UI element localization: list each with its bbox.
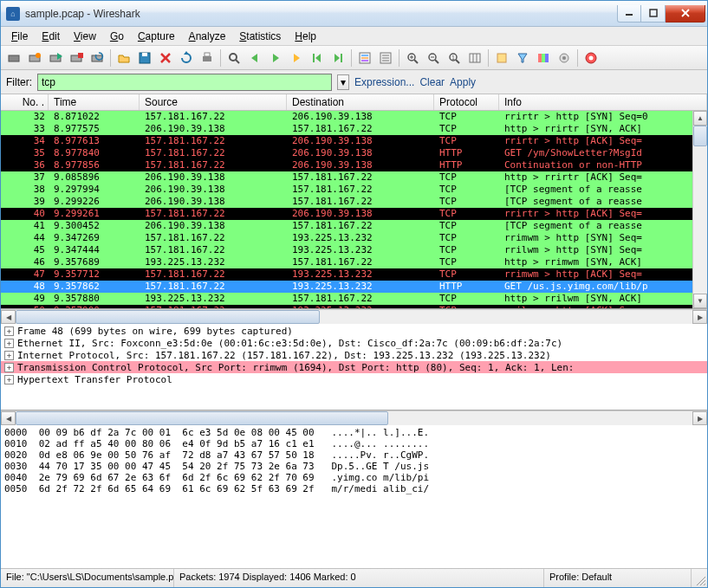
find-icon[interactable] [224, 48, 244, 68]
filter-expression-link[interactable]: Expression... [354, 76, 414, 88]
table-row[interactable]: 389.297994206.190.39.138157.181.167.22TC… [1, 184, 707, 196]
table-row[interactable]: 419.300452206.190.39.138157.181.167.22TC… [1, 220, 707, 232]
hscroll-left-icon[interactable]: ◀ [1, 310, 16, 324]
col-no[interactable]: No. . [1, 94, 49, 110]
table-row[interactable]: 459.347444157.181.167.22193.225.13.232TC… [1, 244, 707, 256]
app-icon: ⌂ [6, 7, 20, 21]
col-src[interactable]: Source [140, 94, 287, 110]
table-row[interactable]: 328.871022157.181.167.22206.190.39.138TC… [1, 111, 707, 123]
go-to-packet-icon[interactable] [287, 48, 306, 68]
go-last-icon[interactable] [328, 48, 348, 68]
svg-line-39 [414, 60, 418, 63]
maximize-button[interactable] [641, 5, 666, 23]
table-row[interactable]: 409.299261157.181.167.22206.190.39.138TC… [1, 208, 707, 220]
status-file: File: "C:\Users\LS\Documents\sample.pcap… [1, 569, 174, 587]
filter-bar: Filter: ▾ Expression... Clear Apply [1, 70, 707, 94]
details-hscroll[interactable]: ◀ ▶ [1, 410, 707, 425]
table-row[interactable]: 469.357689193.225.13.232157.181.167.22TC… [1, 256, 707, 268]
help-icon[interactable] [581, 48, 601, 68]
svg-rect-49 [497, 54, 506, 62]
scroll-thumb[interactable] [693, 126, 707, 146]
menu-view[interactable]: View [67, 29, 103, 44]
table-row[interactable]: 348.977613157.181.167.22206.190.39.138TC… [1, 135, 707, 147]
filter-apply-link[interactable]: Apply [450, 76, 476, 88]
packet-list-hscroll[interactable]: ◀ ▶ [1, 309, 707, 324]
filter-input[interactable] [37, 74, 332, 91]
menu-analyze[interactable]: Analyze [182, 29, 233, 44]
zoom-out-icon[interactable] [424, 48, 443, 68]
menu-help[interactable]: Help [288, 29, 323, 44]
hscroll-left-icon[interactable]: ◀ [1, 411, 16, 425]
tree-tcp: +Transmission Control Protocol, Src Port… [1, 361, 707, 373]
preferences-icon[interactable] [555, 48, 574, 68]
expand-icon[interactable]: + [4, 326, 14, 336]
tree-frame: +Frame 48 (699 bytes on wire, 699 bytes … [1, 325, 707, 337]
col-dst[interactable]: Destination [287, 94, 434, 110]
table-row[interactable]: 368.977856157.181.167.22206.190.39.138HT… [1, 159, 707, 171]
hscroll-thumb[interactable] [16, 411, 388, 425]
packet-list-pane: No. . Time Source Destination Protocol I… [1, 94, 707, 309]
go-first-icon[interactable] [308, 48, 327, 68]
reload-icon[interactable] [177, 48, 196, 68]
hscroll-right-icon[interactable]: ▶ [692, 411, 707, 425]
expand-icon[interactable]: + [4, 363, 14, 372]
filter-dropdown-icon[interactable]: ▾ [337, 74, 349, 90]
scroll-down-icon[interactable]: ▼ [693, 294, 707, 308]
menu-bar: File Edit View Go Capture Analyze Statis… [1, 27, 707, 46]
table-row[interactable]: 379.085896206.190.39.138157.181.167.22TC… [1, 171, 707, 184]
go-forward-icon[interactable] [266, 48, 285, 68]
packet-bytes-pane[interactable]: 0000 00 09 b6 df 2a 7c 00 01 6c e3 5d 0e… [1, 425, 707, 568]
table-row[interactable]: 338.977575206.190.39.138157.181.167.22TC… [1, 123, 707, 135]
resize-columns-icon[interactable] [465, 48, 484, 68]
packet-list-vscroll[interactable]: ▲ ▼ [692, 111, 707, 308]
display-filters-icon[interactable] [513, 48, 532, 68]
expand-icon[interactable]: + [4, 339, 14, 348]
tree-http: +Hypertext Transfer Protocol [1, 373, 707, 385]
table-row[interactable]: 449.347269157.181.167.22193.225.13.232TC… [1, 232, 707, 244]
table-row[interactable]: 358.977840157.181.167.22206.190.39.138HT… [1, 147, 707, 159]
close-button[interactable] [666, 5, 705, 23]
zoom-reset-icon[interactable]: 1 [445, 48, 464, 68]
hscroll-right-icon[interactable]: ▶ [692, 310, 707, 324]
table-row[interactable]: 499.357880193.225.13.232157.181.167.22TC… [1, 293, 707, 305]
autoscroll-icon[interactable] [376, 48, 395, 68]
menu-capture[interactable]: Capture [131, 29, 182, 44]
start-capture-icon[interactable] [46, 48, 65, 68]
menu-go[interactable]: Go [103, 29, 131, 44]
col-info[interactable]: Info [499, 94, 707, 110]
interfaces-icon[interactable] [4, 48, 23, 68]
table-row[interactable]: 479.357712157.181.167.22193.225.13.232TC… [1, 268, 707, 281]
menu-file[interactable]: File [4, 29, 35, 44]
zoom-in-icon[interactable] [403, 48, 422, 68]
hscroll-thumb[interactable] [16, 310, 320, 324]
restart-capture-icon[interactable] [88, 48, 107, 68]
capture-filters-icon[interactable] [492, 48, 511, 68]
table-row[interactable]: 509.357900157.181.167.22193.225.13.232TC… [1, 305, 707, 308]
col-time[interactable]: Time [49, 94, 140, 110]
go-back-icon[interactable] [245, 48, 264, 68]
open-icon[interactable] [114, 48, 133, 68]
resize-grip-icon[interactable] [692, 569, 707, 587]
scroll-up-icon[interactable]: ▲ [693, 111, 707, 126]
filter-clear-link[interactable]: Clear [419, 76, 445, 88]
menu-statistics[interactable]: Statistics [232, 29, 288, 44]
menu-edit[interactable]: Edit [35, 29, 67, 44]
table-row[interactable]: 399.299226206.190.39.138157.181.167.22TC… [1, 196, 707, 208]
expand-icon[interactable]: + [4, 375, 14, 384]
minimize-button[interactable] [617, 5, 641, 23]
close-file-icon[interactable] [156, 48, 175, 68]
col-prot[interactable]: Protocol [434, 94, 499, 110]
table-row[interactable]: 489.357862157.181.167.22193.225.13.232HT… [1, 281, 707, 293]
print-icon[interactable] [198, 48, 217, 68]
stop-capture-icon[interactable] [67, 48, 86, 68]
status-packets: Packets: 1974 Displayed: 1406 Marked: 0 [174, 569, 544, 587]
packet-rows[interactable]: 328.871022157.181.167.22206.190.39.138TC… [1, 111, 707, 308]
packet-details-pane[interactable]: +Frame 48 (699 bytes on wire, 699 bytes … [1, 324, 707, 410]
expand-icon[interactable]: + [4, 351, 14, 360]
svg-marker-27 [335, 54, 340, 62]
options-icon[interactable] [25, 48, 44, 68]
coloring-rules-icon[interactable] [534, 48, 553, 68]
svg-line-45 [456, 60, 459, 63]
save-icon[interactable] [135, 48, 154, 68]
colorize-icon[interactable] [355, 48, 374, 68]
